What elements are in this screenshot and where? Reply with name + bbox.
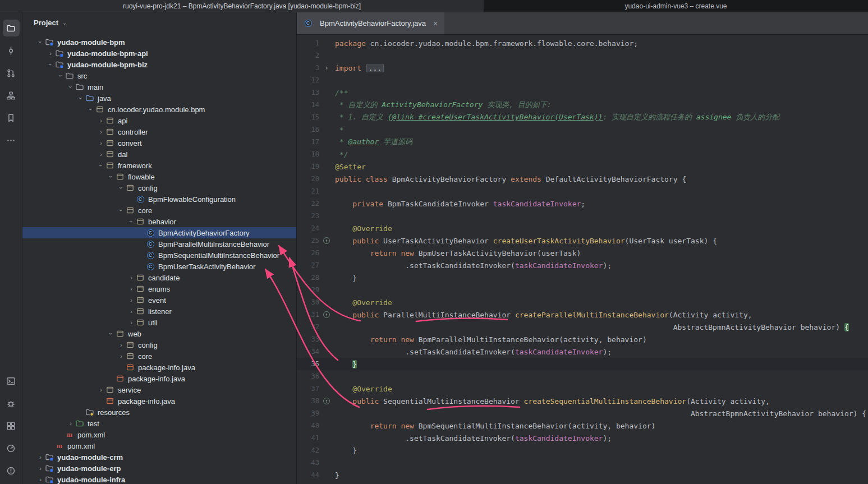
chevron-icon[interactable]: ›: [117, 352, 126, 361]
chevron-icon[interactable]: ›: [36, 38, 45, 47]
tree-item-bpmactivitybehaviorfactory[interactable]: CBpmActivityBehaviorFactory: [22, 227, 296, 238]
tree-item-bpmflowableconfiguration[interactable]: CBpmFlowableConfiguration: [22, 193, 296, 205]
line-number: 18: [301, 150, 319, 158]
debug-icon[interactable]: [3, 395, 20, 412]
chevron-icon[interactable]: ›: [66, 419, 75, 428]
tree-item-convert[interactable]: ›convert: [22, 137, 296, 149]
line-number: 29: [301, 286, 319, 294]
package-icon: [116, 329, 125, 338]
problems-icon[interactable]: [3, 462, 20, 479]
tree-item-candidate[interactable]: ›candidate: [22, 272, 296, 283]
profiler-icon[interactable]: [3, 440, 20, 457]
chevron-icon[interactable]: ›: [107, 172, 116, 181]
chevron-icon[interactable]: ›: [97, 385, 105, 394]
tree-item-config[interactable]: ›config: [22, 182, 296, 193]
chevron-icon[interactable]: ›: [97, 150, 105, 159]
chevron-icon[interactable]: ›: [117, 206, 126, 215]
chevron-icon[interactable]: ›: [127, 284, 136, 293]
tab-bpm-activity-behavior-factory[interactable]: C BpmActivityBehaviorFactory.java ×: [297, 12, 444, 34]
chevron-icon[interactable]: ›: [127, 296, 136, 305]
tree-item-service[interactable]: ›service: [22, 384, 296, 395]
chevron-icon[interactable]: ›: [117, 340, 126, 349]
tree-item-resources[interactable]: resources: [22, 407, 296, 418]
tree-item-web[interactable]: ›web: [22, 328, 296, 339]
tree-item-behavior[interactable]: ›behavior: [22, 216, 296, 227]
tree-item-package-info-java[interactable]: package-info.java: [22, 373, 296, 384]
tree-item-core[interactable]: ›core: [22, 205, 296, 216]
project-tree[interactable]: ›yudao-module-bpm›yudao-module-bpm-api›y…: [22, 33, 296, 484]
tree-item-yudao-module-erp[interactable]: ›yudao-module-erp: [22, 463, 296, 474]
project-panel-header[interactable]: Project ⌄: [22, 12, 296, 33]
fold-icon[interactable]: ›: [320, 64, 333, 72]
chevron-icon[interactable]: ›: [127, 307, 136, 316]
chevron-icon[interactable]: ›: [97, 127, 105, 136]
tree-item-flowable[interactable]: ›flowable: [22, 171, 296, 182]
gutter: 1: [297, 39, 335, 47]
overrides-icon[interactable]: ↑: [320, 311, 333, 318]
tree-item-cn-iocoder-yudao-module-bpm[interactable]: ›cn.iocoder.yudao.module.bpm: [22, 104, 296, 115]
chevron-icon[interactable]: ›: [76, 94, 85, 103]
tree-item-bpmsequentialmultiinstancebehavior[interactable]: CBpmSequentialMultiInstanceBehavior: [22, 250, 296, 261]
overrides-icon[interactable]: ↑: [320, 398, 333, 404]
line-number: 32: [301, 323, 319, 331]
tree-item-bpmparallelmultiinstancebehavior[interactable]: CBpmParallelMultiInstanceBehavior: [22, 238, 296, 250]
tree-item-package-info-java[interactable]: package-info.java: [22, 362, 296, 373]
chevron-icon[interactable]: ›: [117, 183, 126, 192]
tree-item-package-info-java[interactable]: package-info.java: [22, 395, 296, 407]
terminal-icon[interactable]: [3, 372, 20, 389]
chevron-icon[interactable]: ›: [127, 217, 136, 226]
chevron-icon[interactable]: ›: [46, 49, 55, 58]
code-line: 1package cn.iocoder.yudao.module.bpm.fra…: [297, 37, 868, 49]
tree-item-src[interactable]: ›src: [22, 70, 296, 81]
tree-item-dal[interactable]: ›dal: [22, 149, 296, 160]
chevron-icon[interactable]: ›: [56, 71, 65, 80]
tree-item-yudao-module-bpm-biz[interactable]: ›yudao-module-bpm-biz: [22, 59, 296, 70]
tree-item-pom-xml[interactable]: mpom.xml: [22, 429, 296, 440]
line-number: 36: [301, 372, 319, 380]
tree-item-bpmusertaskactivitybehavior[interactable]: CBpmUserTaskActivityBehavior: [22, 261, 296, 272]
tree-item-yudao-module-crm[interactable]: ›yudao-module-crm: [22, 451, 296, 463]
chevron-icon[interactable]: ›: [97, 161, 105, 170]
tree-item-api[interactable]: ›api: [22, 115, 296, 126]
commit-icon[interactable]: [3, 42, 20, 59]
tree-item-enums[interactable]: ›enums: [22, 283, 296, 294]
chevron-icon[interactable]: ›: [66, 82, 75, 91]
chevron-icon[interactable]: ›: [36, 475, 45, 484]
line-number: 39: [301, 409, 319, 417]
chevron-icon[interactable]: ›: [36, 464, 45, 473]
tree-item-java[interactable]: ›java: [22, 93, 296, 104]
tree-item-yudao-module-bpm-api[interactable]: ›yudao-module-bpm-api: [22, 48, 296, 59]
chevron-icon[interactable]: ›: [86, 105, 95, 114]
tree-item-config[interactable]: ›config: [22, 339, 296, 351]
chevron-icon[interactable]: ›: [107, 329, 116, 338]
chevron-icon[interactable]: ›: [97, 139, 105, 147]
project-icon[interactable]: [3, 20, 20, 36]
bookmarks-icon[interactable]: [3, 109, 20, 126]
tree-item-util[interactable]: ›util: [22, 317, 296, 328]
more-icon[interactable]: [3, 132, 20, 149]
gutter: 13: [297, 89, 335, 96]
chevron-icon[interactable]: ›: [36, 453, 45, 462]
tree-item-listener[interactable]: ›listener: [22, 306, 296, 317]
close-icon[interactable]: ×: [433, 19, 438, 28]
tree-item-pom-xml[interactable]: mpom.xml: [22, 440, 296, 451]
chevron-down-icon[interactable]: ⌄: [62, 20, 67, 26]
code-editor[interactable]: 1package cn.iocoder.yudao.module.bpm.fra…: [297, 35, 868, 484]
overrides-icon[interactable]: ↑: [320, 237, 333, 244]
tree-item-yudao-module-infra[interactable]: ›yudao-module-infra: [22, 474, 296, 484]
tree-item-core[interactable]: ›core: [22, 351, 296, 362]
structure-icon[interactable]: [3, 87, 20, 104]
tree-item-event[interactable]: ›event: [22, 294, 296, 306]
tree-item-yudao-module-bpm[interactable]: ›yudao-module-bpm: [22, 36, 296, 48]
services-icon[interactable]: [3, 417, 20, 434]
line-number: 33: [301, 335, 319, 343]
chevron-icon[interactable]: ›: [46, 60, 55, 69]
pull-requests-icon[interactable]: [3, 64, 20, 81]
chevron-icon[interactable]: ›: [127, 273, 136, 282]
chevron-icon[interactable]: ›: [97, 116, 105, 125]
tree-item-test[interactable]: ›test: [22, 418, 296, 429]
chevron-icon[interactable]: ›: [127, 318, 136, 327]
tree-item-main[interactable]: ›main: [22, 81, 296, 93]
tree-item-controller[interactable]: ›controller: [22, 126, 296, 137]
tree-item-framework[interactable]: ›framework: [22, 160, 296, 171]
